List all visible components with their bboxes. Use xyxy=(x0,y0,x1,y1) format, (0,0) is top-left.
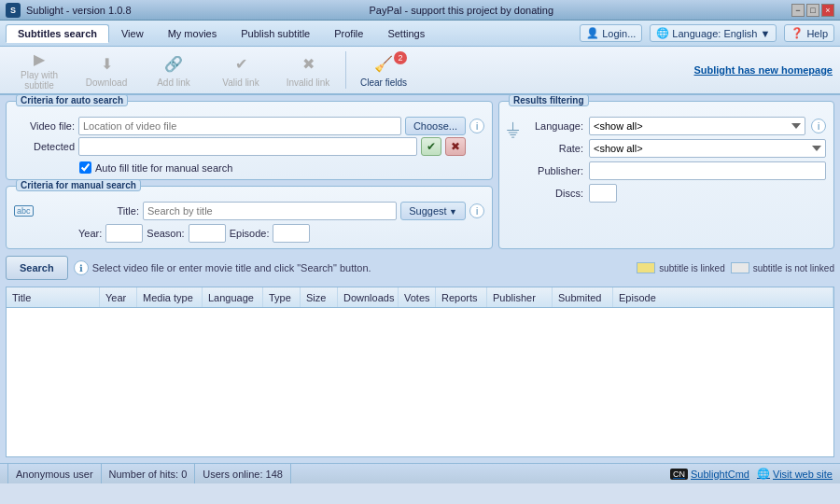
detected-input[interactable] xyxy=(78,137,417,156)
download-button[interactable]: ⬇ Download xyxy=(75,49,138,91)
col-language: Language xyxy=(203,287,263,307)
rate-filter-select[interactable]: <show all> xyxy=(589,139,826,158)
visit-web-link[interactable]: 🌐 Visit web site xyxy=(757,468,833,480)
manual-search-panel: Criteria for manual search abc Title: Su… xyxy=(6,186,493,249)
help-button[interactable]: ❓ Help xyxy=(784,24,834,42)
download-icon: ⬇ xyxy=(95,53,118,76)
publisher-filter-input[interactable] xyxy=(589,161,826,180)
add-link-label: Add link xyxy=(157,77,190,88)
results-filter-panel: Results filtering ⏚ Language: <show all>… xyxy=(498,101,834,249)
discs-filter-label: Discs: xyxy=(523,188,583,199)
results-filter-title: Results filtering xyxy=(509,94,589,106)
col-reports: Reports xyxy=(436,287,487,307)
title-row: abc Title: Suggest i xyxy=(14,202,484,220)
maximize-button[interactable]: □ xyxy=(806,4,819,17)
rate-filter-label: Rate: xyxy=(523,143,583,154)
video-file-label: Video file: xyxy=(14,120,75,132)
table-body xyxy=(7,308,833,456)
add-link-button[interactable]: 🔗 Add link xyxy=(142,49,205,91)
invalid-link-button[interactable]: ✖ Invalid link xyxy=(276,49,340,91)
video-file-input[interactable] xyxy=(78,117,401,135)
tab-view[interactable]: View xyxy=(109,24,156,43)
results-filter-info-icon[interactable]: i xyxy=(811,119,826,133)
title-input[interactable] xyxy=(143,202,397,220)
auto-fill-label: Auto fill title for manual search xyxy=(95,162,232,174)
valid-link-label: Valid link xyxy=(222,77,259,88)
play-with-subtitle-button[interactable]: ▶ Play with subtitle xyxy=(7,49,71,91)
tab-my-movies[interactable]: My movies xyxy=(156,24,230,43)
col-type: Type xyxy=(263,287,301,307)
season-input[interactable] xyxy=(189,224,226,243)
results-table: Title Year Media type Language Type Size… xyxy=(6,287,834,457)
chevron-down-icon: ▼ xyxy=(760,28,770,39)
detected-clear-button[interactable]: ✖ xyxy=(445,137,466,156)
new-homepage-link[interactable]: Sublight has new homepage xyxy=(693,64,833,76)
cmd-label: SublightCmd xyxy=(691,469,749,480)
web-icon: 🌐 xyxy=(757,468,770,480)
left-panels: Criteria for auto search Video file: Cho… xyxy=(6,101,493,249)
download-label: Download xyxy=(86,77,127,88)
col-downloads: Downloads xyxy=(338,287,399,307)
play-label: Play with subtitle xyxy=(11,70,67,91)
cmd-icon: CN xyxy=(670,469,688,480)
tab-settings[interactable]: Settings xyxy=(375,24,437,43)
not-linked-color-box xyxy=(731,262,749,273)
valid-link-icon: ✔ xyxy=(230,53,252,76)
clear-icon: 🧹 xyxy=(372,53,395,76)
discs-filter-input[interactable] xyxy=(589,184,617,203)
clear-fields-label: Clear fields xyxy=(360,77,407,88)
online-label: Users online: 148 xyxy=(195,464,291,483)
col-media-type: Media type xyxy=(137,287,203,307)
publisher-filter-label: Publisher: xyxy=(523,165,583,176)
manual-search-title: Criteria for manual search xyxy=(16,179,141,191)
col-votes: Votes xyxy=(399,287,436,307)
search-hint-text: Select video file or enter movie title a… xyxy=(92,262,371,273)
col-size: Size xyxy=(301,287,338,307)
linked-legend: subtitle is linked xyxy=(637,262,725,273)
toolbar-divider xyxy=(345,51,346,89)
rate-filter-row: Rate: <show all> xyxy=(523,139,826,158)
visit-label: Visit web site xyxy=(773,469,833,480)
col-publisher: Publisher xyxy=(487,287,553,307)
tab-profile[interactable]: Profile xyxy=(322,24,375,43)
manual-search-info-icon[interactable]: i xyxy=(469,203,484,218)
app-icon: S xyxy=(6,3,21,18)
tab-publish-subtitle[interactable]: Publish subtitle xyxy=(229,24,322,43)
language-icon: 🌐 xyxy=(656,27,669,39)
search-hint-icon: ℹ xyxy=(74,260,89,275)
play-icon: ▶ xyxy=(28,50,50,68)
suggest-button[interactable]: Suggest xyxy=(400,202,466,220)
title-bar: S Sublight - version 1.0.8 PayPal - supp… xyxy=(0,0,840,21)
valid-link-button[interactable]: ✔ Valid link xyxy=(209,49,273,91)
col-episode: Episode xyxy=(613,287,833,307)
detected-confirm-button[interactable]: ✔ xyxy=(421,137,441,156)
search-button[interactable]: Search xyxy=(6,256,68,280)
linked-text: subtitle is linked xyxy=(659,263,725,273)
auto-search-info-icon[interactable]: i xyxy=(469,119,484,133)
minimize-button[interactable]: − xyxy=(791,4,805,17)
language-filter-select[interactable]: <show all> xyxy=(589,117,805,135)
sublight-cmd-link[interactable]: CN SublightCmd xyxy=(670,469,749,480)
add-link-icon: 🔗 xyxy=(162,53,185,76)
login-label: Login... xyxy=(602,28,636,39)
language-label: Language: English xyxy=(672,28,757,39)
status-bar: Anonymous user Number of hits: 0 Users o… xyxy=(0,463,840,483)
language-button[interactable]: 🌐 Language: English ▼ xyxy=(650,24,777,42)
choose-button[interactable]: Choose... xyxy=(405,117,466,135)
episode-input[interactable] xyxy=(273,224,310,243)
paypal-label: PayPal - support this project by donatin… xyxy=(370,5,554,16)
discs-filter-row: Discs: xyxy=(523,184,826,203)
auto-fill-checkbox[interactable] xyxy=(79,161,91,174)
season-label: Season: xyxy=(147,228,184,239)
tab-subtitles-search[interactable]: Subtitles search xyxy=(6,24,109,43)
search-bar: Search ℹ Select video file or enter movi… xyxy=(6,255,834,281)
clear-fields-button[interactable]: 2 🧹 Clear fields xyxy=(352,49,415,91)
nav-bar: Subtitles search View My movies Publish … xyxy=(0,21,840,47)
close-button[interactable]: × xyxy=(821,4,834,17)
window-controls: − □ × xyxy=(791,4,834,17)
year-input[interactable] xyxy=(105,224,143,243)
col-year: Year xyxy=(100,287,137,307)
legend: subtitle is linked subtitle is not linke… xyxy=(637,262,834,273)
help-icon: ❓ xyxy=(791,27,804,39)
login-button[interactable]: 👤 Login... xyxy=(580,24,642,42)
